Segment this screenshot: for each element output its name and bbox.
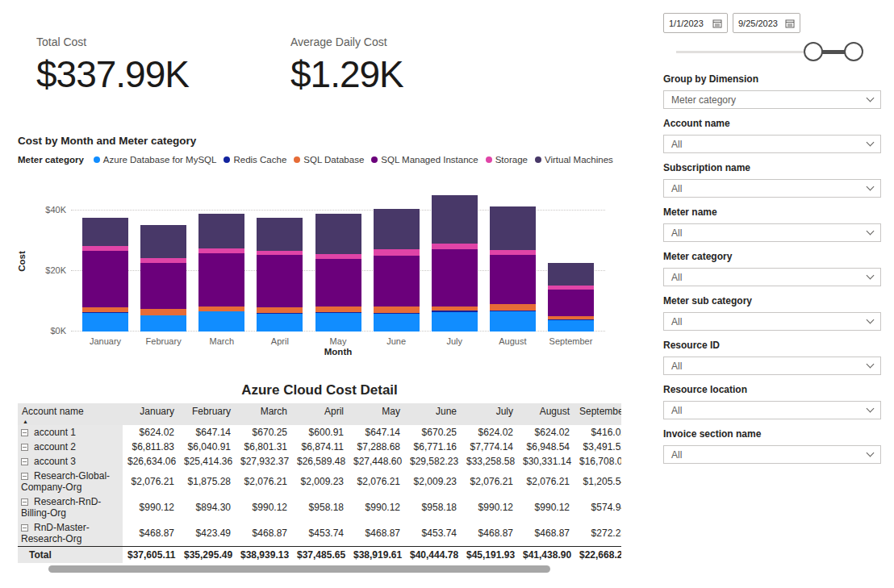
value-cell[interactable]: $6,771.16 — [405, 440, 462, 454]
value-cell[interactable]: $6,040.91 — [179, 440, 236, 454]
row-header-cell[interactable]: account 1 — [18, 425, 123, 440]
value-cell[interactable]: $647.14 — [349, 425, 405, 440]
end-date-input[interactable]: 9/25/2023 — [733, 13, 800, 33]
legend-item[interactable]: Azure Database for MySQL — [94, 155, 217, 165]
row-header-cell[interactable]: account 3 — [18, 454, 123, 469]
bar-segment[interactable] — [257, 307, 303, 313]
bar-segment[interactable] — [315, 214, 361, 254]
bar-segment[interactable] — [140, 315, 186, 332]
value-cell[interactable]: $468.87 — [123, 520, 179, 547]
value-cell[interactable]: $27,932.37 — [236, 454, 292, 469]
stacked-bar[interactable]: May — [315, 214, 361, 332]
column-header[interactable]: January — [123, 403, 179, 425]
value-cell[interactable]: $272.23 — [574, 520, 621, 547]
expand-icon[interactable] — [21, 458, 28, 465]
column-header[interactable]: Account name▲ — [18, 403, 123, 425]
slider-track[interactable] — [676, 51, 813, 53]
horizontal-scrollbar[interactable] — [48, 565, 550, 573]
expand-icon[interactable] — [21, 429, 28, 436]
bar-segment[interactable] — [82, 313, 128, 332]
value-cell[interactable]: $2,076.21 — [349, 469, 405, 494]
value-cell[interactable]: $990.12 — [123, 494, 179, 520]
value-cell[interactable]: $2,076.21 — [462, 469, 518, 494]
bar-segment[interactable] — [315, 313, 361, 332]
value-cell[interactable]: $990.12 — [349, 494, 405, 520]
bar-segment[interactable] — [315, 307, 361, 313]
bar-segment[interactable] — [198, 311, 244, 332]
row-header-cell[interactable]: RnD-Master-Research-Org — [18, 520, 123, 547]
calendar-icon[interactable] — [785, 19, 795, 28]
value-cell[interactable]: $7,774.14 — [462, 440, 518, 454]
row-header-cell[interactable]: Research-Global-Company-Org — [18, 469, 123, 494]
stacked-bar[interactable]: July — [432, 195, 478, 332]
bar-segment[interactable] — [257, 255, 303, 307]
filter-dropdown[interactable]: All — [663, 268, 881, 286]
bar-segment[interactable] — [198, 253, 244, 307]
expand-icon[interactable] — [21, 444, 28, 451]
stacked-bar[interactable]: September — [548, 263, 594, 332]
expand-icon[interactable] — [21, 498, 28, 506]
value-cell[interactable]: $670.25 — [236, 425, 292, 440]
value-cell[interactable]: $894.30 — [179, 494, 236, 520]
value-cell[interactable]: $670.25 — [405, 425, 462, 440]
value-cell[interactable]: $16,708.02 — [574, 454, 621, 469]
bar-segment[interactable] — [257, 314, 303, 332]
column-header[interactable]: May — [349, 403, 405, 425]
bar-segment[interactable] — [374, 307, 420, 313]
value-cell[interactable]: $624.02 — [518, 425, 574, 440]
legend-item[interactable]: SQL Managed Instance — [371, 155, 478, 165]
value-cell[interactable]: $600.91 — [292, 425, 349, 440]
value-cell[interactable]: $423.49 — [179, 520, 236, 547]
value-cell[interactable]: $26,634.06 — [123, 454, 179, 469]
column-header[interactable]: April — [292, 403, 349, 425]
bar-segment[interactable] — [257, 218, 303, 250]
filter-dropdown[interactable]: All — [663, 135, 881, 153]
bar-segment[interactable] — [432, 244, 478, 250]
filter-dropdown[interactable]: Meter category — [663, 90, 881, 109]
value-cell[interactable]: $990.12 — [236, 494, 292, 520]
value-cell[interactable]: $958.18 — [292, 494, 349, 520]
value-cell[interactable]: $574.94 — [574, 494, 621, 520]
value-cell[interactable]: $468.87 — [518, 520, 574, 547]
value-cell[interactable]: $29,582.23 — [405, 454, 462, 469]
column-header[interactable]: June — [405, 403, 462, 425]
bar-segment[interactable] — [490, 206, 536, 250]
value-cell[interactable]: $624.02 — [123, 425, 179, 440]
row-header-cell[interactable]: Research-RnD-Billing-Org — [18, 494, 123, 520]
bar-segment[interactable] — [374, 249, 420, 256]
filter-dropdown[interactable]: All — [663, 179, 881, 198]
value-cell[interactable]: $26,589.48 — [292, 454, 349, 469]
value-cell[interactable]: $33,258.58 — [462, 454, 518, 469]
bar-segment[interactable] — [548, 290, 594, 316]
bar-segment[interactable] — [140, 263, 186, 309]
start-date-input[interactable]: 1/1/2023 — [663, 13, 728, 33]
bar-segment[interactable] — [82, 218, 128, 246]
bar-segment[interactable] — [82, 251, 128, 307]
filter-dropdown[interactable]: All — [663, 357, 881, 375]
bar-segment[interactable] — [490, 304, 536, 311]
value-cell[interactable]: $2,076.21 — [236, 469, 292, 494]
slider-handle-start[interactable] — [804, 42, 823, 61]
column-header[interactable]: March — [236, 403, 292, 425]
stacked-bar[interactable]: February — [140, 225, 186, 332]
expand-icon[interactable] — [21, 524, 28, 532]
value-cell[interactable]: $6,948.54 — [518, 440, 574, 454]
bar-segment[interactable] — [140, 309, 186, 315]
value-cell[interactable]: $468.87 — [349, 520, 405, 547]
legend-item[interactable]: Storage — [486, 155, 528, 165]
stacked-bar[interactable]: August — [490, 206, 536, 332]
expand-icon[interactable] — [21, 473, 28, 480]
filter-dropdown[interactable]: All — [663, 223, 881, 242]
filter-dropdown[interactable]: All — [663, 445, 881, 464]
calendar-icon[interactable] — [712, 19, 722, 28]
value-cell[interactable]: $1,205.54 — [574, 469, 621, 494]
stacked-bar[interactable]: April — [257, 218, 303, 332]
bar-segment[interactable] — [432, 312, 478, 332]
column-header[interactable]: July — [462, 403, 518, 425]
bar-segment[interactable] — [548, 263, 594, 286]
filter-dropdown[interactable]: All — [663, 312, 881, 331]
legend-item[interactable]: Virtual Machines — [535, 155, 613, 165]
bar-segment[interactable] — [490, 311, 536, 332]
bar-segment[interactable] — [374, 209, 420, 249]
value-cell[interactable]: $7,288.68 — [349, 440, 405, 454]
